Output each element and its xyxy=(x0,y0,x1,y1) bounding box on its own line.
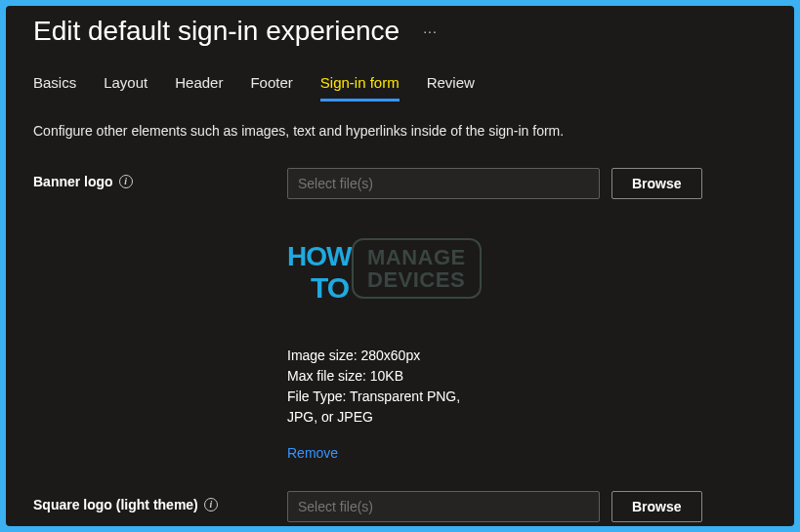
preview-text-how: HOW xyxy=(287,244,351,270)
tab-signin-form[interactable]: Sign-in form xyxy=(320,74,400,102)
info-icon[interactable]: i xyxy=(119,175,133,188)
tab-footer[interactable]: Footer xyxy=(250,74,292,101)
tab-bar: Basics Layout Header Footer Sign-in form… xyxy=(33,74,767,102)
square-logo-label: Square logo (light theme) xyxy=(33,497,198,512)
square-logo-file-input[interactable] xyxy=(287,491,600,522)
tab-header[interactable]: Header xyxy=(175,74,223,101)
tab-basics[interactable]: Basics xyxy=(33,74,76,101)
tab-review[interactable]: Review xyxy=(427,74,475,101)
banner-logo-label: Banner logo xyxy=(33,174,113,189)
page-title: Edit default sign-in experience xyxy=(33,16,400,47)
banner-logo-field: Banner logo i Browse HOW TO MANAGE DEVIC… xyxy=(33,168,767,462)
banner-logo-specs: Image size: 280x60px Max file size: 10KB… xyxy=(287,346,767,428)
spec-max-file-size: Max file size: 10KB xyxy=(287,366,767,387)
tab-description: Configure other elements such as images,… xyxy=(33,123,767,139)
spec-image-size: Image size: 280x60px xyxy=(287,346,767,366)
spec-file-type-2: JPG, or JPEG xyxy=(287,407,767,428)
tab-layout[interactable]: Layout xyxy=(104,74,147,101)
preview-text-box: MANAGE DEVICES xyxy=(352,238,482,299)
banner-logo-preview: HOW TO MANAGE DEVICES xyxy=(287,238,502,316)
spec-file-type-1: File Type: Transparent PNG, xyxy=(287,387,767,407)
square-logo-browse-button[interactable]: Browse xyxy=(611,491,702,522)
banner-logo-browse-button[interactable]: Browse xyxy=(611,168,702,199)
more-actions-button[interactable]: ··· xyxy=(423,23,438,39)
square-logo-field: Square logo (light theme) i Browse xyxy=(33,491,767,522)
banner-logo-file-input[interactable] xyxy=(287,168,600,199)
banner-logo-remove-link[interactable]: Remove xyxy=(287,445,338,461)
info-icon[interactable]: i xyxy=(204,498,218,512)
preview-text-to: TO xyxy=(311,271,349,305)
